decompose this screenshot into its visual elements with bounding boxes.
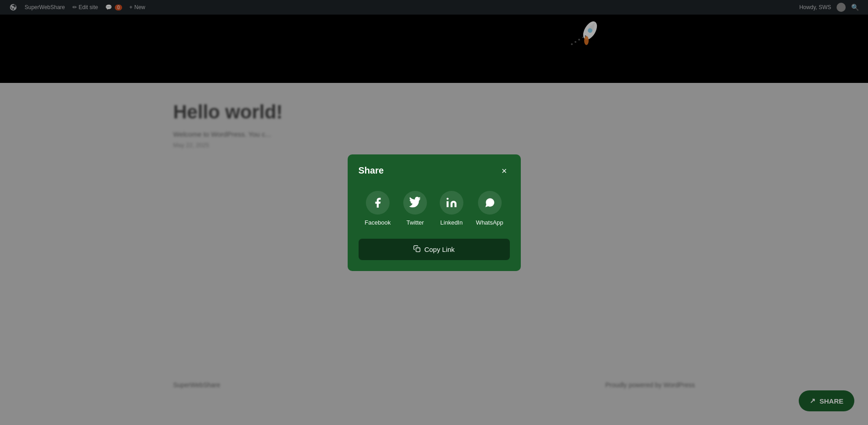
modal-close-button[interactable]: × bbox=[499, 165, 510, 176]
twitter-share-button[interactable]: Twitter bbox=[398, 187, 432, 230]
social-row: Facebook Twitter Link bbox=[359, 187, 510, 230]
whatsapp-label: WhatsApp bbox=[476, 219, 503, 226]
facebook-icon bbox=[366, 191, 390, 215]
copy-icon bbox=[413, 245, 421, 254]
share-modal: Share × Facebook Tw bbox=[348, 154, 521, 271]
facebook-share-button[interactable]: Facebook bbox=[359, 187, 396, 230]
linkedin-label: LinkedIn bbox=[440, 219, 462, 226]
twitter-label: Twitter bbox=[406, 219, 424, 226]
modal-header: Share × bbox=[359, 165, 510, 176]
twitter-icon bbox=[403, 191, 427, 215]
modal-overlay[interactable]: Share × Facebook Tw bbox=[0, 0, 868, 425]
linkedin-icon bbox=[440, 191, 463, 215]
modal-title: Share bbox=[359, 165, 384, 176]
facebook-label: Facebook bbox=[365, 219, 390, 226]
copy-link-button[interactable]: Copy Link bbox=[359, 239, 510, 260]
whatsapp-icon bbox=[478, 191, 502, 215]
copy-link-label: Copy Link bbox=[424, 246, 455, 253]
svg-point-9 bbox=[447, 198, 448, 200]
whatsapp-share-button[interactable]: WhatsApp bbox=[471, 187, 509, 230]
linkedin-share-button[interactable]: LinkedIn bbox=[434, 187, 469, 230]
svg-rect-10 bbox=[416, 248, 420, 252]
